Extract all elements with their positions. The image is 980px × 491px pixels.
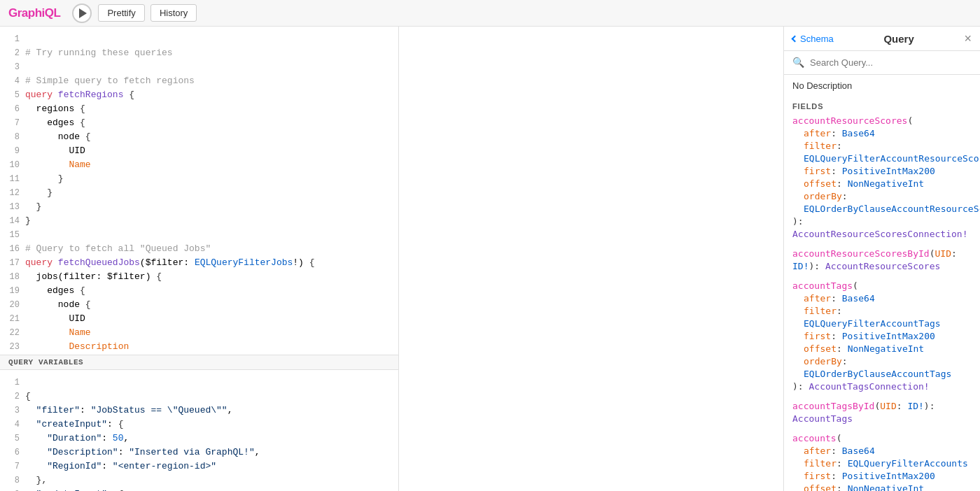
run-button[interactable]: [71, 3, 92, 24]
schema-back-link[interactable]: Schema: [792, 34, 834, 44]
chevron-left-icon: [792, 35, 799, 42]
fields-label: FIELDS: [792, 102, 972, 111]
right-panel-title: Query: [839, 33, 959, 45]
left-panel: 12345 678910 1112131415 1617181920 21222…: [0, 27, 399, 491]
search-icon: 🔍: [792, 57, 804, 69]
right-panel: Schema Query × 🔍 No Description FIELDS a…: [784, 27, 980, 491]
right-panel-header: Schema Query ×: [784, 27, 980, 51]
query-variables-header[interactable]: Query Variables: [0, 355, 398, 370]
fields-section: FIELDS accountResourceScores( after: Bas…: [784, 97, 980, 491]
line-numbers: 12345 678910 1112131415 1617181920 21222…: [0, 32, 25, 355]
field-accountTagsById[interactable]: accountTagsById(UID: ID!): AccountTags: [792, 400, 972, 425]
variables-code[interactable]: { "filter": "JobStatus == \"Queued\"", "…: [25, 376, 398, 491]
variables-content[interactable]: 12345 678910 111213 { "filter": "JobStat…: [0, 370, 398, 491]
no-description-label: No Description: [784, 75, 980, 97]
close-button[interactable]: ×: [964, 32, 972, 45]
result-area: [399, 27, 784, 491]
history-button[interactable]: History: [150, 4, 197, 22]
main-layout: 12345 678910 1112131415 1617181920 21222…: [0, 27, 980, 491]
query-code[interactable]: # Try running these queries # Simple que…: [25, 32, 398, 355]
field-accounts[interactable]: accounts( after: Base64 filter: EQLQuery…: [792, 432, 972, 491]
query-editor[interactable]: 12345 678910 1112131415 1617181920 21222…: [0, 27, 398, 355]
search-area: 🔍: [784, 51, 980, 75]
header: GraphiQL Prettify History: [0, 0, 980, 27]
prettify-button[interactable]: Prettify: [98, 4, 144, 22]
app-logo: GraphiQL: [8, 6, 60, 20]
search-input[interactable]: [810, 57, 972, 68]
query-variables-panel: Query Variables 12345 678910 111213 { "f…: [0, 355, 398, 491]
field-accountTags[interactable]: accountTags( after: Base64 filter: EQLQu…: [792, 280, 972, 393]
field-accountResourceScores[interactable]: accountResourceScores( after: Base64 fil…: [792, 115, 972, 241]
schema-back-label: Schema: [800, 34, 834, 44]
field-accountResourceScoresById[interactable]: accountResourceScoresById(UID: ID!): Acc…: [792, 248, 972, 273]
variables-line-numbers: 12345 678910 111213: [0, 376, 25, 491]
